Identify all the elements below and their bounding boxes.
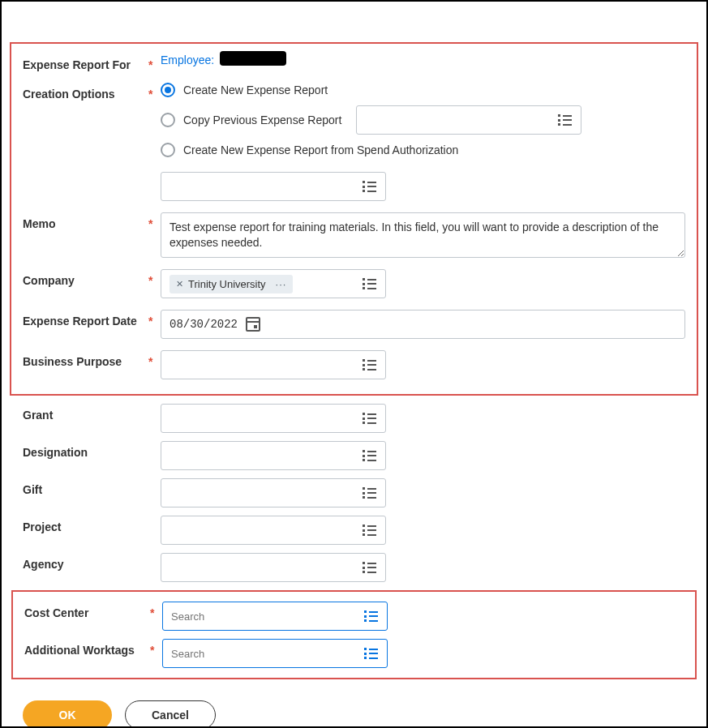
radio-label: Create New Expense Report	[183, 84, 328, 96]
radio-copy-previous[interactable]: Copy Previous Expense Report	[161, 113, 341, 127]
calendar-icon[interactable]	[246, 317, 260, 332]
row-gift: Gift	[23, 478, 685, 507]
radio-label: Create New Expense Report from Spend Aut…	[183, 143, 458, 156]
picker-company[interactable]: ✕ Trinity University ···	[161, 269, 386, 298]
row-company: Company * ✕ Trinity University ···	[23, 269, 685, 298]
picker-placeholder: Search	[171, 610, 364, 623]
picker-spend-auth[interactable]	[161, 172, 386, 201]
picker-agency[interactable]	[161, 553, 386, 582]
required-mark: *	[148, 83, 161, 101]
label-grant: Grant	[23, 404, 148, 422]
label-creation-options: Creation Options	[23, 83, 148, 101]
radio-icon	[161, 113, 175, 127]
label-designation: Designation	[23, 441, 148, 459]
list-icon	[363, 523, 377, 537]
required-spacer	[148, 553, 161, 558]
cancel-button[interactable]: Cancel	[125, 700, 216, 728]
list-icon	[363, 411, 377, 426]
optional-fields-section: Grant Designation Gift Pro	[10, 396, 698, 590]
required-mark: *	[150, 639, 162, 657]
row-expense-report-for: Expense Report For * Employee:	[23, 54, 685, 71]
chip-label: Trinity University	[188, 278, 266, 290]
picker-project[interactable]	[161, 516, 386, 545]
required-spacer	[148, 478, 161, 483]
picker-designation[interactable]	[161, 441, 386, 470]
picker-gift[interactable]	[161, 478, 386, 507]
picker-cost-center[interactable]: Search	[162, 602, 388, 631]
radio-label: Copy Previous Expense Report	[183, 113, 341, 126]
picker-copy-previous[interactable]	[356, 105, 581, 135]
required-mark: *	[148, 54, 161, 71]
label-company: Company	[23, 269, 148, 287]
label-cost-center: Cost Center	[24, 602, 150, 619]
ok-button[interactable]: OK	[23, 700, 112, 728]
action-buttons: OK Cancel	[10, 679, 698, 728]
redacted-employee-name	[220, 51, 286, 66]
radio-icon	[161, 143, 175, 157]
row-expense-report-date: Expense Report Date * 08/30/2022	[23, 310, 685, 339]
required-spacer	[148, 404, 161, 409]
picker-business-purpose[interactable]	[161, 350, 386, 379]
list-icon	[363, 560, 377, 575]
label-expense-report-for: Expense Report For	[23, 54, 148, 71]
list-icon	[363, 358, 377, 372]
picker-grant[interactable]	[161, 404, 386, 433]
required-mark: *	[148, 212, 161, 230]
list-icon	[363, 486, 377, 500]
picker-placeholder: Search	[171, 648, 364, 660]
label-business-purpose: Business Purpose	[23, 350, 148, 368]
row-memo: Memo *	[23, 212, 685, 258]
required-fields-highlight-bottom: Cost Center * Search Additional Worktags…	[11, 590, 697, 679]
radio-icon-selected	[161, 83, 175, 97]
employee-link[interactable]: Employee:	[161, 54, 214, 66]
memo-textarea[interactable]	[161, 212, 685, 258]
chip-more-icon[interactable]: ···	[276, 278, 287, 290]
required-spacer	[148, 516, 161, 520]
date-input[interactable]: 08/30/2022	[161, 310, 685, 339]
label-memo: Memo	[23, 212, 148, 230]
required-mark: *	[150, 602, 162, 619]
list-icon	[363, 276, 377, 291]
required-mark: *	[148, 310, 161, 328]
list-icon	[363, 179, 377, 194]
row-project: Project	[23, 516, 685, 545]
row-cost-center: Cost Center * Search	[24, 602, 684, 631]
row-additional-worktags: Additional Worktags * Search	[24, 639, 684, 668]
label-gift: Gift	[23, 478, 148, 496]
row-grant: Grant	[23, 404, 685, 433]
required-mark: *	[148, 350, 161, 368]
label-project: Project	[23, 516, 148, 533]
required-spacer	[148, 441, 161, 446]
row-designation: Designation	[23, 441, 685, 470]
list-icon	[363, 448, 377, 463]
chip-company[interactable]: ✕ Trinity University ···	[169, 275, 293, 293]
label-expense-report-date: Expense Report Date	[23, 310, 148, 328]
row-agency: Agency	[23, 553, 685, 582]
radio-from-spend-auth[interactable]: Create New Expense Report from Spend Aut…	[161, 143, 458, 157]
list-icon	[558, 113, 573, 127]
label-additional-worktags: Additional Worktags	[24, 639, 150, 657]
label-agency: Agency	[23, 553, 148, 571]
radio-create-new[interactable]: Create New Expense Report	[161, 83, 685, 97]
date-value: 08/30/2022	[169, 318, 238, 331]
list-icon	[364, 609, 379, 623]
required-fields-highlight-top: Expense Report For * Employee: Creation …	[10, 42, 698, 396]
row-business-purpose: Business Purpose *	[23, 350, 685, 379]
picker-additional-worktags[interactable]: Search	[162, 639, 388, 668]
required-mark: *	[148, 269, 161, 287]
row-creation-options: Creation Options * Create New Expense Re…	[23, 83, 685, 201]
list-icon	[364, 646, 379, 661]
value-expense-report-for: Employee:	[161, 54, 685, 66]
creation-options-group: Create New Expense Report Copy Previous …	[161, 83, 685, 201]
chip-remove-icon[interactable]: ✕	[176, 279, 183, 289]
